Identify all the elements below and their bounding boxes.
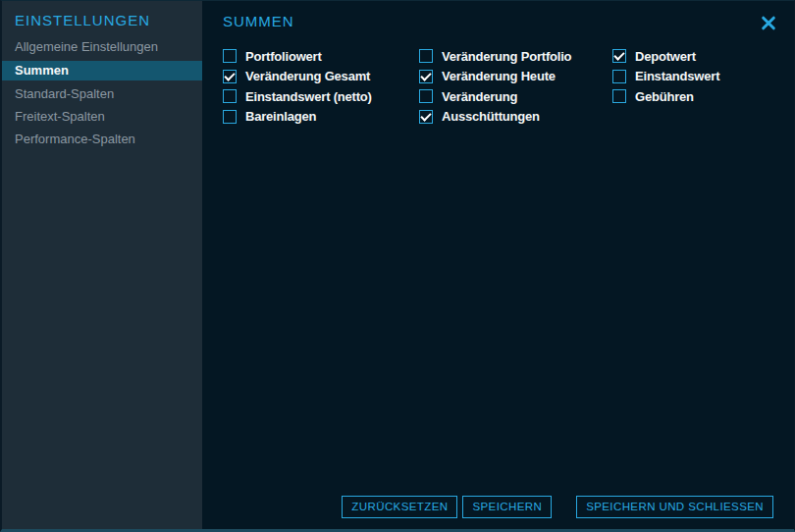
option-portfoliowert[interactable]: Portfoliowert xyxy=(223,49,372,63)
close-icon[interactable] xyxy=(759,14,778,33)
checkbox-gebuehren[interactable] xyxy=(612,89,626,103)
checkbox-column-1: Portfoliowert Veränderung Gesamt Einstan… xyxy=(223,49,372,130)
checkbox-portfoliowert[interactable] xyxy=(223,49,237,63)
option-label: Bareinlagen xyxy=(245,109,316,124)
option-label: Einstandswert (netto) xyxy=(245,89,372,104)
option-bareinlagen[interactable]: Bareinlagen xyxy=(223,110,372,124)
sidebar-item-allgemeine-einstellungen[interactable]: Allgemeine Einstellungen xyxy=(2,37,202,57)
option-einstandswert[interactable]: Einstandswert xyxy=(612,70,719,83)
sidebar-item-summen[interactable]: Summen xyxy=(2,61,202,80)
option-depotwert[interactable]: Depotwert xyxy=(612,49,719,63)
sidebar-item-freitext-spalten[interactable]: Freitext-Spalten xyxy=(2,107,202,127)
option-veraenderung-gesamt[interactable]: Veränderung Gesamt xyxy=(223,70,372,83)
option-veraenderung-portfolio[interactable]: Veränderung Portfolio xyxy=(419,49,571,63)
option-gebuehren[interactable]: Gebühren xyxy=(612,89,719,103)
option-veraenderung-heute[interactable]: Veränderung Heute xyxy=(419,70,571,83)
option-label: Veränderung Heute xyxy=(442,69,556,83)
option-label: Depotwert xyxy=(635,49,696,64)
option-veraenderung[interactable]: Veränderung xyxy=(419,89,571,103)
checkbox-depotwert[interactable] xyxy=(612,49,626,63)
speichern-und-schliessen-button[interactable]: SPEICHERN UND SCHLIESSEN xyxy=(576,496,773,518)
speichern-button[interactable]: SPEICHERN xyxy=(462,496,552,518)
checkbox-column-3: Depotwert Einstandswert Gebühren xyxy=(612,49,719,110)
sidebar-item-performance-spalten[interactable]: Performance-Spalten xyxy=(2,130,202,149)
footer-actions: ZURÜCKSETZEN SPEICHERN SPEICHERN UND SCH… xyxy=(342,496,773,518)
option-label: Veränderung Portfolio xyxy=(442,49,571,64)
sidebar-item-standard-spalten[interactable]: Standard-Spalten xyxy=(2,84,202,104)
sidebar-title: EINSTELLUNGEN xyxy=(15,12,150,28)
option-label: Ausschüttungen xyxy=(442,109,540,124)
zuruecksetzen-button[interactable]: ZURÜCKSETZEN xyxy=(342,496,457,518)
option-label: Portfoliowert xyxy=(245,49,322,64)
option-label: Veränderung xyxy=(442,89,517,104)
page-title: SUMMEN xyxy=(223,13,294,29)
sidebar: EINSTELLUNGEN Allgemeine Einstellungen S… xyxy=(2,1,202,529)
option-label: Gebühren xyxy=(635,89,694,104)
checkbox-einstandswert-netto[interactable] xyxy=(223,89,237,103)
option-ausschuettungen[interactable]: Ausschüttungen xyxy=(419,110,571,124)
option-label: Einstandswert xyxy=(635,69,719,83)
checkbox-veraenderung-portfolio[interactable] xyxy=(419,49,433,63)
checkbox-veraenderung[interactable] xyxy=(419,89,433,103)
checkbox-bareinlagen[interactable] xyxy=(223,110,237,124)
option-label: Veränderung Gesamt xyxy=(245,69,370,83)
checkbox-veraenderung-heute[interactable] xyxy=(419,70,433,83)
checkbox-ausschuettungen[interactable] xyxy=(419,110,433,124)
checkbox-column-2: Veränderung Portfolio Veränderung Heute … xyxy=(419,49,571,130)
checkbox-veraenderung-gesamt[interactable] xyxy=(223,70,237,83)
option-einstandswert-netto[interactable]: Einstandswert (netto) xyxy=(223,89,372,103)
checkbox-einstandswert[interactable] xyxy=(612,70,626,83)
settings-dialog: EINSTELLUNGEN Allgemeine Einstellungen S… xyxy=(0,0,795,532)
